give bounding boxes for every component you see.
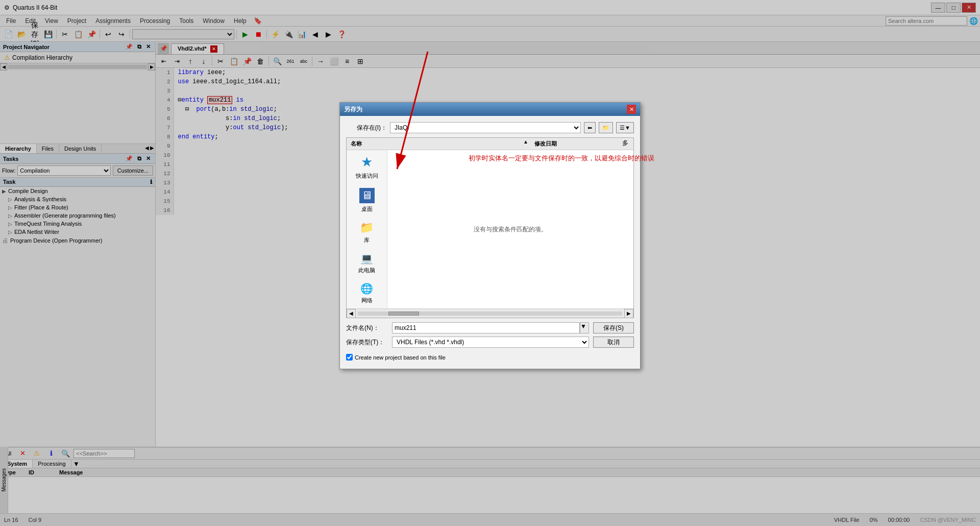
- save-as-dialog: 另存为 ✕ 保存在(I)： JIaQI ⬅ 📁 ☰▼ 名称 ▲ 修改日期: [339, 102, 641, 369]
- new-folder-btn[interactable]: 📁: [599, 122, 613, 133]
- scroll-left-arrow[interactable]: ◀: [347, 309, 356, 318]
- scroll-thumb[interactable]: [388, 312, 419, 316]
- dialog-title-bar: 另存为 ✕: [340, 103, 640, 116]
- file-browser: 名称 ▲ 修改日期 多 ★ 快速访问 🖥 桌面: [346, 137, 634, 318]
- desktop-label: 桌面: [361, 205, 373, 213]
- fb-this-pc[interactable]: 💻 此电脑: [358, 252, 375, 274]
- create-project-checkbox[interactable]: [346, 354, 353, 361]
- fb-sort-arrow[interactable]: ▲: [523, 139, 531, 149]
- fb-scrollbar[interactable]: ◀ ▶: [347, 308, 633, 318]
- dialog-title: 另存为: [344, 105, 362, 114]
- fb-library[interactable]: 📁 库: [360, 221, 374, 244]
- filename-input[interactable]: [392, 322, 580, 333]
- dialog-close-btn[interactable]: ✕: [627, 105, 636, 114]
- fb-col-more: 多: [622, 139, 632, 149]
- cancel-btn[interactable]: 取消: [593, 337, 634, 348]
- fb-desktop[interactable]: 🖥 桌面: [359, 188, 375, 213]
- fb-col-name: 名称: [348, 139, 523, 149]
- this-pc-label: 此电脑: [358, 267, 375, 274]
- quick-access-label: 快速访问: [356, 172, 378, 180]
- filename-dropdown-btn[interactable]: ▼: [580, 322, 589, 333]
- save-in-row: 保存在(I)： JIaQI ⬅ 📁 ☰▼: [346, 122, 634, 133]
- fb-sidebar: ★ 快速访问 🖥 桌面 📁 库 💻 此电脑: [347, 150, 387, 308]
- filetype-select[interactable]: VHDL Files (*.vhd *.vhdl): [392, 337, 589, 348]
- nav-back-dir-btn[interactable]: ⬅: [584, 122, 596, 133]
- quick-access-icon: ★: [361, 154, 373, 170]
- library-icon: 📁: [360, 221, 374, 234]
- dialog-footer: Create new project based on this file: [346, 352, 634, 363]
- save-in-select[interactable]: JIaQI: [390, 122, 581, 133]
- fb-header: 名称 ▲ 修改日期 多: [347, 138, 633, 150]
- dialog-overlay: 另存为 ✕ 保存在(I)： JIaQI ⬅ 📁 ☰▼ 名称 ▲ 修改日期: [0, 0, 980, 526]
- fb-network[interactable]: 🌐 网络: [360, 282, 373, 304]
- fb-main-area: 没有与搜索条件匹配的项。: [387, 150, 633, 308]
- save-in-label: 保存在(I)：: [346, 124, 387, 132]
- create-project-label[interactable]: Create new project based on this file: [355, 354, 446, 361]
- fb-col-date: 修改日期: [531, 139, 622, 149]
- dialog-body: 保存在(I)： JIaQI ⬅ 📁 ☰▼ 名称 ▲ 修改日期 多: [340, 116, 640, 369]
- filename-label: 文件名(N)：: [346, 324, 392, 332]
- library-label: 库: [364, 236, 370, 244]
- view-toggle-btn[interactable]: ☰▼: [616, 122, 634, 133]
- fb-quick-access[interactable]: ★ 快速访问: [356, 154, 378, 180]
- save-btn[interactable]: 保存(S): [593, 322, 634, 333]
- this-pc-icon: 💻: [360, 252, 373, 265]
- network-label: 网络: [361, 297, 373, 304]
- network-icon: 🌐: [360, 282, 373, 295]
- empty-message: 没有与搜索条件匹配的项。: [474, 225, 547, 234]
- filename-row: 文件名(N)： ▼ 保存(S): [346, 322, 634, 333]
- filetype-label: 保存类型(T)：: [346, 338, 392, 347]
- scroll-right-arrow[interactable]: ▶: [624, 309, 633, 318]
- desktop-icon: 🖥: [359, 188, 375, 203]
- fb-body: ★ 快速访问 🖥 桌面 📁 库 💻 此电脑: [347, 150, 633, 308]
- filetype-row: 保存类型(T)： VHDL Files (*.vhd *.vhdl) 取消: [346, 337, 634, 348]
- scroll-track[interactable]: [358, 312, 622, 316]
